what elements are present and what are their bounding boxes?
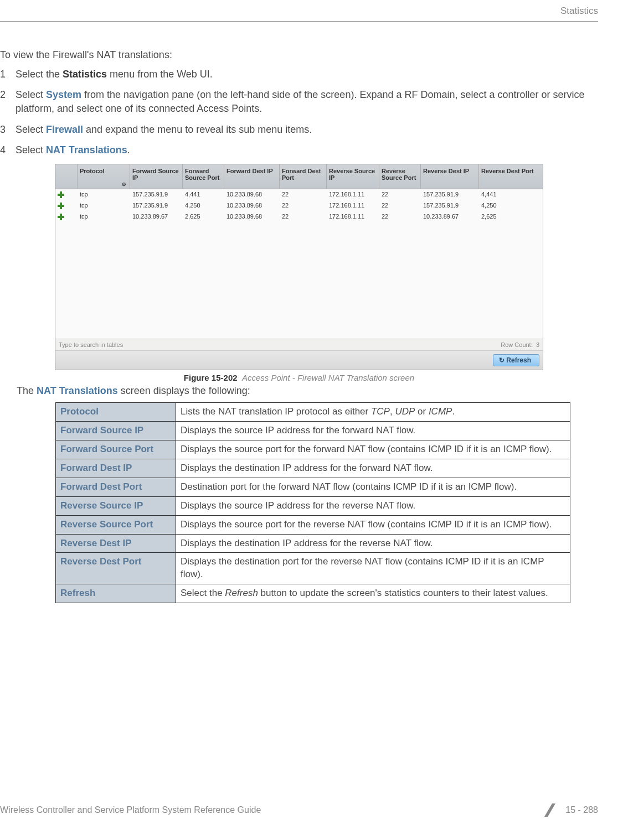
row-add-icon[interactable] [55, 211, 78, 222]
table-cell: 22 [379, 200, 421, 211]
desc-text: Lists the NAT translation IP protocol as… [176, 402, 570, 421]
table-cell: 22 [280, 211, 327, 222]
figure-caption: Figure 15-202 Access Point - Firewall NA… [0, 373, 598, 382]
row-add-icon[interactable] [55, 200, 78, 211]
desc-row: Reverse Dest PortDisplays the destinatio… [56, 553, 570, 584]
col-header-protocol[interactable]: Protocol⊙ [78, 164, 130, 189]
desc-label: Forward Source Port [56, 440, 176, 459]
table-cell: 4,250 [183, 200, 224, 211]
desc-row: RefreshSelect the Refresh button to upda… [56, 584, 570, 603]
nat-screenshot: Protocol⊙ Forward Source IP Forward Sour… [55, 164, 543, 370]
table-cell: 172.168.1.11 [327, 189, 379, 200]
desc-text: Displays the source port for the reverse… [176, 515, 570, 534]
desc-label: Reverse Dest Port [56, 553, 176, 584]
desc-label: Forward Dest IP [56, 459, 176, 478]
post-text: The NAT Translations screen displays the… [17, 385, 598, 397]
step-item: 2Select System from the navigation pane … [0, 88, 598, 116]
table-cell: 10.233.89.68 [224, 200, 280, 211]
table-cell: 4,441 [183, 189, 224, 200]
breadcrumb: Statistics [0, 6, 598, 22]
desc-row: Reverse Source IPDisplays the source IP … [56, 496, 570, 515]
col-header-reverse-source-ip[interactable]: Reverse Source IP [327, 164, 379, 189]
desc-label: Reverse Source Port [56, 515, 176, 534]
desc-text: Displays the destination port for the re… [176, 553, 570, 584]
table-cell: 10.233.89.67 [421, 211, 479, 222]
table-cell: tcp [78, 200, 130, 211]
table-cell: 22 [280, 189, 327, 200]
screenshot-table-body: tcp157.235.91.94,44110.233.89.6822172.16… [55, 189, 543, 339]
desc-row: Forward Source PortDisplays the source p… [56, 440, 570, 459]
screenshot-button-bar: ↻ Refresh [55, 350, 543, 370]
desc-label: Refresh [56, 584, 176, 603]
footer-logo-icon [541, 801, 559, 819]
desc-text: Displays the source IP address for the r… [176, 496, 570, 515]
table-cell: 157.235.91.9 [421, 189, 479, 200]
desc-label: Forward Dest Port [56, 478, 176, 496]
table-cell: 4,250 [479, 200, 540, 211]
desc-row: ProtocolLists the NAT translation IP pro… [56, 402, 570, 421]
desc-label: Reverse Dest IP [56, 534, 176, 553]
table-cell: 4,441 [479, 189, 540, 200]
desc-row: Forward Dest PortDestination port for th… [56, 478, 570, 496]
figure-title: Access Point - Firewall NAT Translation … [242, 373, 414, 382]
row-count: Row Count: 3 [501, 341, 539, 348]
col-header-forward-dest-port[interactable]: Forward Dest Port [280, 164, 327, 189]
desc-row: Reverse Dest IPDisplays the destination … [56, 534, 570, 553]
intro-text: To view the Firewall's NAT translations: [0, 49, 598, 61]
table-cell: tcp [78, 211, 130, 222]
col-header-forward-dest-ip[interactable]: Forward Dest IP [224, 164, 280, 189]
table-cell: 2,625 [479, 211, 540, 222]
search-input[interactable]: Type to search in tables [59, 341, 123, 348]
col-header-reverse-dest-ip[interactable]: Reverse Dest IP [421, 164, 479, 189]
refresh-button[interactable]: ↻ Refresh [493, 354, 539, 366]
table-cell: 22 [379, 189, 421, 200]
desc-row: Reverse Source PortDisplays the source p… [56, 515, 570, 534]
table-cell: 172.168.1.11 [327, 200, 379, 211]
table-cell: 172.168.1.11 [327, 211, 379, 222]
desc-label: Forward Source IP [56, 421, 176, 440]
table-cell: 2,625 [183, 211, 224, 222]
page-footer: Wireless Controller and Service Platform… [0, 801, 598, 819]
table-cell: 157.235.91.9 [421, 200, 479, 211]
desc-text: Displays the destination IP address for … [176, 534, 570, 553]
footer-title: Wireless Controller and Service Platform… [0, 805, 261, 815]
desc-row: Forward Dest IPDisplays the destination … [56, 459, 570, 478]
screenshot-table-header: Protocol⊙ Forward Source IP Forward Sour… [55, 164, 543, 189]
step-item: 4Select NAT Translations. [0, 143, 598, 157]
description-table: ProtocolLists the NAT translation IP pro… [55, 402, 570, 603]
col-header-reverse-dest-port[interactable]: Reverse Dest Port [479, 164, 540, 189]
table-cell: 22 [280, 200, 327, 211]
sort-icon[interactable]: ⊙ [122, 182, 126, 187]
desc-text: Displays the source IP address for the f… [176, 421, 570, 440]
table-row[interactable]: tcp157.235.91.94,44110.233.89.6822172.16… [55, 189, 543, 200]
desc-label: Protocol [56, 402, 176, 421]
table-cell: 157.235.91.9 [130, 189, 183, 200]
desc-label: Reverse Source IP [56, 496, 176, 515]
step-item: 3Select Firewall and expand the menu to … [0, 123, 598, 137]
table-row[interactable]: tcp10.233.89.672,62510.233.89.6822172.16… [55, 211, 543, 222]
desc-row: Forward Source IPDisplays the source IP … [56, 421, 570, 440]
table-cell: 22 [379, 211, 421, 222]
row-add-icon[interactable] [55, 189, 78, 200]
page-number: 15 - 288 [565, 805, 598, 815]
desc-text: Destination port for the forward NAT flo… [176, 478, 570, 496]
screenshot-footer-bar: Type to search in tables Row Count: 3 [55, 339, 543, 350]
desc-text: Displays the source port for the forward… [176, 440, 570, 459]
col-header-blank[interactable] [55, 164, 78, 189]
figure-label: Figure 15-202 [184, 373, 238, 382]
col-header-forward-source-ip[interactable]: Forward Source IP [130, 164, 183, 189]
table-cell: 157.235.91.9 [130, 200, 183, 211]
desc-text: Displays the destination IP address for … [176, 459, 570, 478]
table-cell: 10.233.89.68 [224, 189, 280, 200]
step-list: 1Select the Statistics menu from the Web… [0, 68, 598, 157]
table-row[interactable]: tcp157.235.91.94,25010.233.89.6822172.16… [55, 200, 543, 211]
table-cell: 10.233.89.67 [130, 211, 183, 222]
table-cell: tcp [78, 189, 130, 200]
desc-text: Select the Refresh button to update the … [176, 584, 570, 603]
col-header-reverse-source-port[interactable]: Reverse Source Port [379, 164, 421, 189]
table-cell: 10.233.89.68 [224, 211, 280, 222]
step-item: 1Select the Statistics menu from the Web… [0, 68, 598, 81]
col-header-forward-source-port[interactable]: Forward Source Port [183, 164, 224, 189]
